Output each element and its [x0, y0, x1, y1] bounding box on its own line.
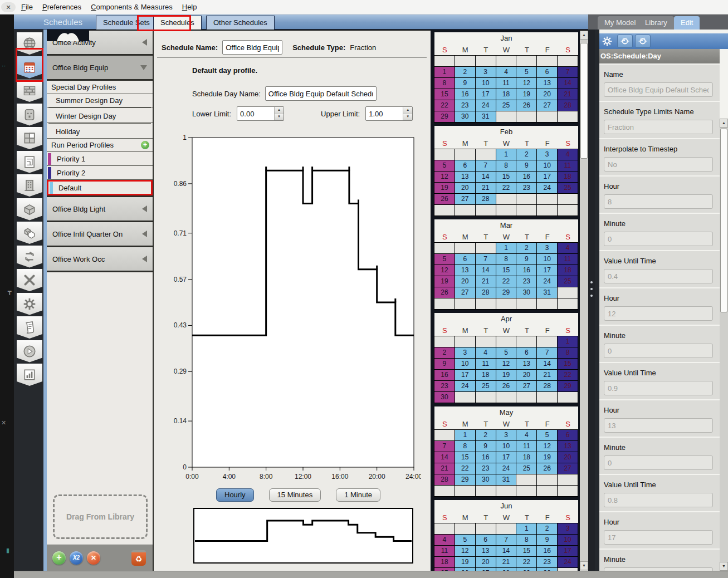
panel-splitter[interactable] [588, 30, 595, 571]
calendar-day-cell[interactable]: 5 [434, 160, 455, 172]
calendar-day-cell[interactable]: 5 [455, 534, 476, 546]
calendar-day-cell[interactable]: 2 [516, 149, 537, 160]
calendar-day-cell[interactable]: 17 [536, 264, 558, 276]
field-input[interactable] [604, 455, 713, 470]
toolbar-tab-geometry[interactable] [17, 151, 42, 173]
field-input[interactable] [604, 120, 713, 134]
calendar-day-cell[interactable]: 4 [557, 242, 578, 254]
calendar-day-cell[interactable]: 25 [475, 380, 496, 392]
toolbar-tab-results-summary[interactable] [17, 364, 42, 386]
calendar-day-cell[interactable]: 20 [516, 369, 537, 381]
scroll-up-arrow[interactable]: ▲ [580, 31, 588, 40]
calendar-day-cell[interactable]: 15 [434, 89, 455, 100]
field-input[interactable] [604, 232, 713, 246]
interval-button-15-minutes[interactable]: 15 Minutes [269, 488, 321, 502]
calendar-day-cell[interactable]: 26 [434, 193, 455, 205]
purge-trash-button[interactable]: ♻ [131, 550, 146, 566]
calendar-day-cell[interactable]: 20 [536, 89, 558, 100]
calendar-day-cell[interactable]: 17 [475, 89, 496, 100]
calendar-day-cell[interactable]: 12 [455, 545, 476, 557]
calendar-day-cell[interactable]: 25 [496, 100, 517, 111]
toolbar-tab-output-variables[interactable] [17, 269, 42, 291]
calendar-day-cell[interactable]: 31 [536, 287, 558, 298]
calendar-day-cell[interactable]: 12 [516, 77, 537, 89]
calendar-day-cell[interactable]: 2 [434, 347, 455, 359]
tab-library[interactable]: Library [638, 16, 674, 30]
calendar-day-cell[interactable]: 7 [536, 347, 558, 359]
calendar-day-cell[interactable]: 11 [516, 440, 537, 452]
toolbar-tab-thermal-zones[interactable] [17, 222, 42, 244]
calendar-day-cell[interactable]: 17 [557, 545, 578, 557]
schedule-group-office-bldg-equip[interactable]: Office Bldg Equip [47, 56, 153, 81]
calendar-day-cell[interactable]: 19 [434, 276, 455, 287]
calendar-day-cell[interactable]: 1 [516, 523, 537, 535]
menu-components-measures[interactable]: Components & Measures [91, 3, 173, 11]
upper-limit-input[interactable] [366, 107, 403, 120]
calendar-day-cell[interactable]: 5 [516, 66, 537, 78]
calendar-day-cell[interactable]: 12 [496, 358, 517, 370]
calendar-day-cell[interactable]: 23 [475, 463, 496, 474]
calendar-day-cell[interactable]: 10 [536, 253, 558, 265]
calendar-day-cell[interactable]: 8 [434, 77, 455, 89]
toolbar-tab-run-simulation[interactable] [17, 340, 42, 363]
toolbar-tab-loads[interactable] [17, 104, 42, 126]
calendar-day-cell[interactable]: 28 [475, 193, 496, 205]
calendar-day-cell[interactable]: 15 [496, 264, 517, 276]
add-run-period-profile-button[interactable]: + [141, 141, 149, 149]
scroll-up-arrow[interactable]: ▲ [720, 119, 728, 128]
toolbar-tab-spaces[interactable] [17, 198, 42, 221]
tab-other-schedules[interactable]: Other Schedules [206, 16, 275, 30]
calendar-day-cell[interactable]: 1 [496, 149, 517, 160]
calendar-day-cell[interactable]: 6 [475, 534, 496, 546]
interval-button-1-minute[interactable]: 1 Minute [336, 488, 380, 502]
menu-file[interactable]: File [21, 3, 33, 11]
calendar-day-cell[interactable]: 1 [455, 429, 476, 441]
calendar-day-cell[interactable]: 11 [475, 358, 496, 370]
calendar-day-cell[interactable]: 29 [434, 111, 455, 123]
calendar-day-cell[interactable]: 10 [475, 77, 496, 89]
tab-my-model[interactable]: My Model [598, 16, 642, 30]
calendar-day-cell[interactable]: 20 [475, 556, 496, 568]
calendar-day-cell[interactable]: 27 [516, 380, 537, 392]
calendar-day-cell[interactable]: 13 [455, 171, 476, 183]
field-input[interactable] [604, 493, 713, 507]
calendar-day-cell[interactable]: 30 [455, 111, 476, 123]
spinner-arrows[interactable]: ▲▼ [403, 107, 412, 120]
calendar-day-cell[interactable]: 24 [536, 182, 558, 194]
calendar-day-cell[interactable]: 23 [516, 276, 537, 287]
calendar-day-cell[interactable]: 13 [557, 440, 578, 452]
calendar-day-cell[interactable]: 24 [557, 556, 578, 568]
field-input[interactable] [604, 157, 713, 172]
calendar-day-cell[interactable]: 8 [496, 160, 517, 172]
calendar-day-cell[interactable]: 3 [496, 429, 517, 441]
calendar-day-cell[interactable]: 11 [557, 160, 578, 172]
calendar-day-cell[interactable]: 10 [455, 358, 476, 370]
calendar-day-cell[interactable]: 16 [455, 89, 476, 100]
tab-edit[interactable]: Edit [674, 16, 700, 30]
calendar-day-cell[interactable]: 3 [536, 149, 558, 160]
calendar-day-cell[interactable]: 20 [455, 276, 476, 287]
calendar-day-cell[interactable]: 17 [496, 452, 517, 463]
calendar-day-cell[interactable]: 26 [434, 287, 455, 298]
upper-limit-spinner[interactable]: ▲▼ [365, 106, 413, 121]
profile-item-default[interactable]: Default [47, 180, 153, 195]
calendar-day-cell[interactable]: 12 [536, 440, 558, 452]
calendar-day-cell[interactable]: 28 [557, 100, 578, 111]
field-input[interactable] [604, 269, 713, 283]
calendar-day-cell[interactable]: 28 [475, 287, 496, 298]
calendar-day-cell[interactable]: 6 [536, 66, 558, 78]
calendar-day-cell[interactable]: 27 [536, 100, 558, 111]
calendar-day-cell[interactable]: 18 [475, 369, 496, 381]
calendar-day-cell[interactable]: 1 [496, 242, 517, 254]
toolbar-tab-constructions[interactable] [17, 80, 42, 102]
calendar-day-cell[interactable]: 7 [557, 66, 578, 78]
calendar-day-cell[interactable]: 5 [434, 253, 455, 265]
calendar-day-cell[interactable]: 19 [455, 556, 476, 568]
scroll-down-arrow[interactable]: ▼ [580, 561, 588, 570]
calendar-day-cell[interactable]: 25 [557, 276, 578, 287]
calendar-day-cell[interactable]: 25 [516, 463, 537, 474]
calendar-day-cell[interactable]: 6 [516, 347, 537, 359]
calendar-day-cell[interactable]: 22 [434, 100, 455, 111]
calendar-day-cell[interactable]: 16 [536, 545, 558, 557]
calendar-day-cell[interactable]: 22 [516, 556, 537, 568]
